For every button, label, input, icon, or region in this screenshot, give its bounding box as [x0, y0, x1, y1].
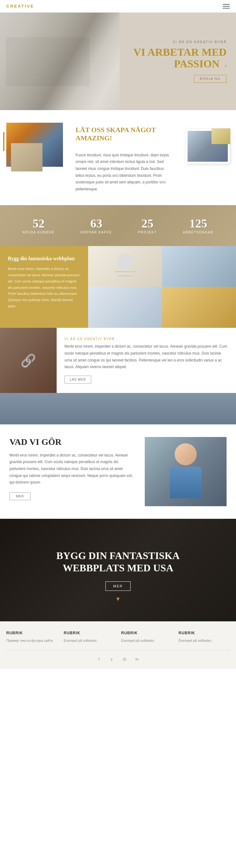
footer-grid: Rubrik Примep текста футера сайта Rubrik… [6, 631, 230, 644]
footer-text-1: Exempel på solfastec: [64, 638, 115, 644]
stat-label-2: PROJEKT [138, 230, 157, 234]
vad-title: VAD VI GÖR [9, 437, 135, 447]
footer-col-0: Rubrik Примep текста футера сайта [6, 631, 58, 644]
vad-left-content: VAD VI GÖR Morbi eros lorem, imperdiet a… [9, 437, 135, 506]
hero-arrow-icon: › [225, 63, 227, 69]
youtube-icon[interactable]: y [108, 655, 116, 663]
person-head [175, 443, 197, 465]
city-banner [0, 393, 236, 425]
hero-background-image [0, 12, 120, 110]
read-more-button[interactable]: LÄS MER [64, 376, 91, 383]
amazing-center-content: LÅT OSS SKAPA NÅGOT AMAZING! Fusce tinci… [69, 123, 179, 192]
stat-number-2: 25 [138, 217, 157, 229]
creative-content: VI ÄR EN KREATIV BYRÅ Morbi eros lorem, … [57, 328, 236, 393]
city-overlay [0, 393, 236, 425]
linkedin-icon[interactable]: in [133, 655, 141, 663]
stat-label-0: NÖJDA KUNDER [22, 230, 54, 234]
amazing-right-image [186, 123, 230, 164]
build-left-content: Bygg din fantastiska webbplats Morbi ero… [0, 246, 88, 328]
creative-subtitle: VI ÄR EN KREATIV BYRÅ [64, 337, 228, 341]
build-text: Morbi eros lorem, imperdiet a dictum ac,… [8, 266, 80, 310]
amazing-image-1 [6, 123, 63, 167]
dark-arrow-icon: ▼ [9, 596, 227, 602]
footer-text-0: Примep текста футера сайта [6, 638, 58, 644]
footer-heading-0: Rubrik [6, 631, 58, 635]
gold-accent-bar [3, 132, 4, 151]
build-title: Bygg din fantastiska webbplats [8, 255, 80, 262]
hero-content: VI ÄR EN KREATIV BYRÅ VI ARBETAR MED PAS… [134, 40, 227, 83]
hamburger-menu[interactable] [223, 4, 230, 8]
hero-subtitle: VI ÄR EN KREATIV BYRÅ [134, 40, 227, 44]
stats-grid: 52 NÖJDA KUNDER 63 KOPPAR KAFFE 25 PROJE… [0, 205, 236, 246]
build-image-3 [88, 287, 162, 328]
vad-section: VAD VI GÖR Morbi eros lorem, imperdiet a… [0, 425, 236, 519]
footer-bottom: f y ◎ in [6, 650, 230, 663]
logo: CREATIVE [6, 4, 34, 8]
build-section: Bygg din fantastiska webbplats Morbi ero… [0, 246, 236, 328]
amazing-image-2 [186, 129, 230, 164]
amazing-title: LÅT OSS SKAPA NÅGOT AMAZING! [76, 126, 173, 143]
stat-number-0: 52 [22, 217, 54, 229]
amazing-text: Fusce tincidunt, risus quis tristique ti… [76, 152, 173, 193]
amazing-left-image [6, 123, 63, 167]
build-image-4 [162, 287, 236, 328]
hero-title: VI ARBETAR MED PASSION › [134, 46, 227, 70]
footer-col-3: Rubrik Exempel på solfastec: [179, 631, 230, 644]
footer-text-2: Exempel på solfastec: [121, 638, 172, 644]
footer: Rubrik Примep текста футера сайта Rubrik… [0, 621, 236, 669]
footer-heading-1: Rubrik [64, 631, 115, 635]
stat-koppar-kaffe: 63 KOPPAR KAFFE [81, 217, 112, 234]
stat-label-3: ARBETSDAGAR [183, 230, 214, 234]
header: CREATIVE [0, 0, 236, 12]
hero-cta-button[interactable]: BÖRJA NU [194, 75, 227, 83]
amazing-section: LÅT OSS SKAPA NÅGOT AMAZING! Fusce tinci… [0, 110, 236, 205]
build-image-2 [162, 246, 236, 287]
build-images-grid [88, 246, 236, 328]
stat-number-3: 125 [183, 217, 214, 229]
vad-person-image [145, 437, 227, 506]
build-image-1 [88, 246, 162, 287]
stat-label-1: KOPPAR KAFFE [81, 230, 112, 234]
creative-agency-section: VI ÄR EN KREATIV BYRÅ Morbi eros lorem, … [0, 328, 236, 393]
stat-nojda-kunder: 52 NÖJDA KUNDER [22, 217, 54, 234]
stats-section: 52 NÖJDA KUNDER 63 KOPPAR KAFFE 25 PROJE… [0, 205, 236, 246]
dark-section: BYGG DIN FANTASTISKA WEBBPLATS MED USA M… [0, 519, 236, 621]
footer-heading-2: Rubrik [121, 631, 172, 635]
stat-number-1: 63 [81, 217, 112, 229]
creative-text: Morbi eros lorem, imperdiet a dictum ac,… [64, 343, 228, 370]
hero-section: VI ÄR EN KREATIV BYRÅ VI ARBETAR MED PAS… [0, 12, 236, 110]
facebook-icon[interactable]: f [95, 655, 103, 663]
instagram-icon[interactable]: ◎ [120, 655, 128, 663]
dark-cta-button[interactable]: MER [106, 581, 130, 591]
stat-arbetsdagar: 125 ARBETSDAGAR [183, 217, 214, 234]
footer-text-3: Exempel på solfastec: [179, 638, 230, 644]
vad-cta-button[interactable]: MER [9, 492, 31, 500]
dark-title: BYGG DIN FANTASTISKA WEBBPLATS MED USA [9, 538, 227, 574]
stat-projekt: 25 PROJEKT [138, 217, 157, 234]
vad-text: Morbi eros lorem, imperdiet a dictum ac,… [9, 452, 135, 486]
footer-col-1: Rubrik Exempel på solfastec: [64, 631, 115, 644]
footer-col-2: Rubrik Exempel på solfastec: [121, 631, 172, 644]
creative-image [0, 328, 57, 393]
footer-heading-3: Rubrik [179, 631, 230, 635]
person-body [170, 467, 201, 498]
dark-content: BYGG DIN FANTASTISKA WEBBPLATS MED USA M… [9, 538, 227, 602]
